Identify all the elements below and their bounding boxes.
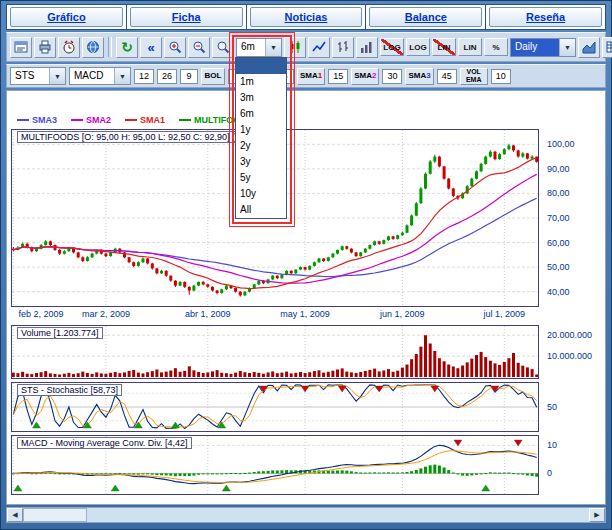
line-chart-icon bbox=[312, 40, 326, 54]
x-axis-label: abr 1, 2009 bbox=[185, 309, 231, 319]
log-scale-on-button[interactable]: LOG bbox=[406, 38, 430, 56]
indicator2-arrow[interactable]: ▼ bbox=[114, 68, 130, 84]
svg-text:40,00: 40,00 bbox=[547, 287, 570, 297]
timeframe-arrow-button[interactable]: ▼ bbox=[265, 39, 281, 56]
period-select-arrow[interactable]: ▼ bbox=[559, 39, 575, 56]
sma3-number: 3 bbox=[426, 72, 430, 80]
histogram-style-button[interactable] bbox=[356, 37, 378, 58]
scrollbar-thumb[interactable] bbox=[23, 508, 87, 522]
scroll-left-button[interactable]: ◀ bbox=[7, 508, 23, 522]
candlestick-style-button[interactable] bbox=[284, 37, 306, 58]
percent-scale-button[interactable]: % bbox=[484, 38, 508, 56]
data-table-button[interactable] bbox=[602, 37, 612, 58]
print-button[interactable] bbox=[34, 37, 56, 58]
timeframe-option[interactable]: 1y bbox=[236, 122, 286, 138]
chevron-down-icon: ▼ bbox=[564, 44, 571, 51]
stochastic-panel-title: STS - Stochastic [58,73] bbox=[17, 384, 122, 396]
timeframe-dropdown[interactable]: 6m ▼ 1m3m6m1y2y3y5y10yAll bbox=[236, 38, 282, 57]
lin-scale-off-button[interactable]: LIN bbox=[432, 38, 456, 56]
timeframe-combo[interactable]: 6m ▼ bbox=[236, 38, 282, 57]
tab-ficha[interactable]: Ficha bbox=[130, 7, 243, 27]
sma3-label: SMA bbox=[408, 72, 426, 80]
price-chart[interactable]: 40,0050,0060,0070,0080,0090,00100,00 bbox=[11, 129, 603, 307]
chart-toolbar: ↻ « 6m ▼ 1m3m6m1y2y3y5y10yAll LOG LOG LI… bbox=[6, 32, 606, 62]
sma1-param[interactable] bbox=[328, 69, 348, 84]
legend-label: SMA2 bbox=[86, 115, 111, 125]
line-style-button[interactable] bbox=[308, 37, 330, 58]
volume-ema-param[interactable] bbox=[491, 69, 511, 84]
app-window: Gráfico Ficha Noticias Balance Reseña ↻ … bbox=[0, 0, 612, 530]
scroll-left-icon: ◀ bbox=[12, 511, 17, 519]
magnifier-icon bbox=[216, 40, 230, 54]
timeframe-option[interactable]: 6m bbox=[236, 106, 286, 122]
report-button[interactable] bbox=[10, 37, 32, 58]
sma2-number: 2 bbox=[372, 72, 376, 80]
svg-text:70,00: 70,00 bbox=[547, 213, 570, 223]
price-panel: MULTIFOODS [O: 95,00 H: 95,00 L: 92,50 C… bbox=[11, 129, 603, 307]
indicator1-arrow[interactable]: ▼ bbox=[49, 68, 65, 84]
bollinger-button[interactable]: BOL bbox=[201, 68, 225, 85]
sma1-button[interactable]: SMA1 bbox=[297, 68, 325, 85]
refresh-button[interactable]: ↻ bbox=[116, 37, 138, 58]
macd-slow-param[interactable] bbox=[157, 69, 177, 84]
macd-signal-param[interactable] bbox=[180, 69, 198, 84]
timeframe-option[interactable]: 3m bbox=[236, 90, 286, 106]
volume-ema-button[interactable]: VOL EMA bbox=[460, 68, 488, 85]
indicator2-select[interactable]: MACD ▼ bbox=[69, 67, 131, 85]
tab-separator bbox=[126, 5, 127, 29]
magnifier-button[interactable] bbox=[212, 37, 234, 58]
stochastic-panel: STS - Stochastic [58,73] 50 bbox=[11, 382, 603, 432]
chevron-down-icon: ▼ bbox=[54, 73, 61, 80]
scrollbar-track[interactable] bbox=[23, 508, 589, 522]
timeframe-option[interactable]: 5y bbox=[236, 170, 286, 186]
tab-ficha-label: Ficha bbox=[172, 11, 201, 23]
ohlc-style-button[interactable] bbox=[332, 37, 354, 58]
period-select[interactable]: Daily ▼ bbox=[510, 38, 576, 57]
zoom-out-button[interactable] bbox=[188, 37, 210, 58]
svg-text:10.000.000: 10.000.000 bbox=[547, 351, 592, 361]
chart-area: SMA3SMA2SMA1MULTIFOODS MULTIFOODS [O: 95… bbox=[6, 90, 606, 505]
alarm-button[interactable] bbox=[58, 37, 80, 58]
svg-text:50: 50 bbox=[547, 402, 557, 412]
globe-button[interactable] bbox=[82, 37, 104, 58]
tab-balance-label: Balance bbox=[405, 11, 447, 23]
legend-swatch bbox=[71, 119, 83, 121]
legend-swatch bbox=[179, 119, 191, 121]
back-button[interactable]: « bbox=[140, 37, 162, 58]
sma3-button[interactable]: SMA3 bbox=[405, 68, 433, 85]
timeframe-option[interactable]: 3y bbox=[236, 154, 286, 170]
svg-text:100,00: 100,00 bbox=[547, 139, 575, 149]
scroll-right-button[interactable]: ▶ bbox=[589, 508, 605, 522]
timeframe-option[interactable]: All bbox=[236, 202, 286, 218]
timeframe-option[interactable]: 10y bbox=[236, 186, 286, 202]
tab-balance[interactable]: Balance bbox=[369, 7, 482, 27]
x-axis-label: jul 1, 2009 bbox=[483, 309, 525, 319]
svg-text:90,00: 90,00 bbox=[547, 164, 570, 174]
indicator1-select[interactable]: STS ▼ bbox=[10, 67, 66, 85]
log-scale-off-button[interactable]: LOG bbox=[380, 38, 404, 56]
area-chart-button[interactable] bbox=[578, 37, 600, 58]
candlestick-icon bbox=[288, 40, 302, 54]
zoom-in-button[interactable] bbox=[164, 37, 186, 58]
top-tab-bar: Gráfico Ficha Noticias Balance Reseña bbox=[6, 4, 606, 30]
timeframe-option[interactable]: 2y bbox=[236, 138, 286, 154]
lin-scale-on-button[interactable]: LIN bbox=[458, 38, 482, 56]
globe-icon bbox=[86, 40, 100, 54]
report-icon bbox=[14, 40, 28, 54]
tab-resena[interactable]: Reseña bbox=[489, 7, 602, 27]
alarm-clock-icon bbox=[62, 40, 76, 54]
legend-item: SMA3 bbox=[17, 115, 57, 125]
timeframe-dropdown-list: 1m3m6m1y2y3y5y10yAll bbox=[235, 57, 287, 219]
horizontal-scrollbar[interactable]: ◀ ▶ bbox=[6, 507, 606, 523]
tab-noticias[interactable]: Noticias bbox=[250, 7, 363, 27]
tab-resena-label: Reseña bbox=[526, 11, 565, 23]
bollinger-label: BOL bbox=[205, 72, 222, 80]
tab-grafico[interactable]: Gráfico bbox=[10, 7, 123, 27]
sma2-param[interactable] bbox=[382, 69, 402, 84]
sma3-param[interactable] bbox=[437, 69, 457, 84]
timeframe-option[interactable] bbox=[236, 58, 286, 74]
timeframe-option[interactable]: 1m bbox=[236, 74, 286, 90]
macd-fast-param[interactable] bbox=[134, 69, 154, 84]
timeframe-value: 6m bbox=[237, 39, 265, 56]
sma2-button[interactable]: SMA2 bbox=[351, 68, 379, 85]
